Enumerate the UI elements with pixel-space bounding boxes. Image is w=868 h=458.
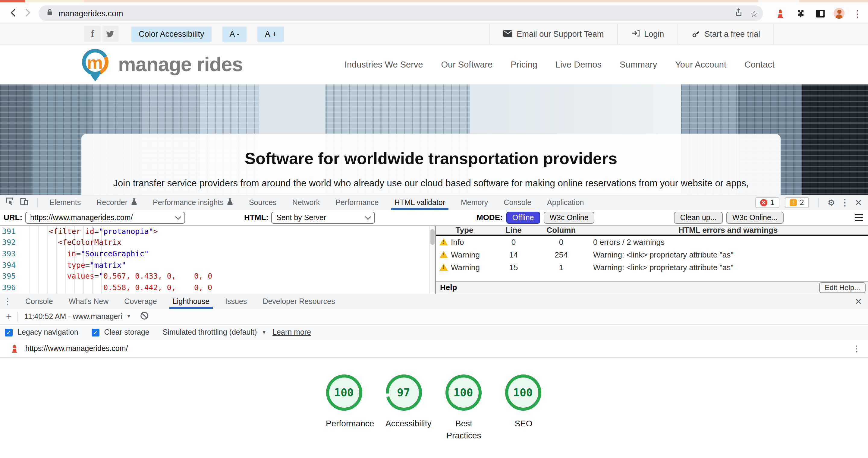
nav-item-our-software[interactable]: Our Software (441, 60, 493, 69)
experiment-flask-icon (227, 198, 233, 208)
tab-network[interactable]: Network (284, 195, 328, 210)
result-row[interactable]: Warning151Warning: <link> proprietary at… (436, 261, 868, 274)
result-row[interactable]: Info000 errors / 2 warnings (436, 236, 868, 248)
html-select[interactable]: Sent by Server (272, 212, 375, 224)
twitter-icon[interactable] (102, 26, 119, 42)
browser-menu-icon[interactable]: ⋮ (850, 5, 866, 21)
side-panel-icon[interactable] (812, 5, 828, 21)
nav-item-pricing[interactable]: Pricing (510, 60, 537, 69)
score-performance: 100Performance (326, 374, 363, 458)
site-logo[interactable]: m manage rides (81, 47, 243, 83)
report-run-select[interactable]: 11:40:52 AM - www.manageri ▼ (24, 312, 131, 321)
logo-mark-icon: m (81, 47, 112, 83)
nav-item-industries-we-serve[interactable]: Industries We Serve (344, 60, 423, 69)
code-line[interactable]: 395 values="0.567, 0.433, 0, 0, 0 (0, 271, 435, 282)
nav-item-your-account[interactable]: Your Account (675, 60, 726, 69)
legacy-navigation-label: Legacy navigation (18, 328, 79, 337)
profile-avatar[interactable] (831, 5, 847, 21)
score-label: Performance (326, 417, 363, 430)
url-select[interactable]: https://www.managerides.com/ (25, 212, 185, 224)
site-utility-bar: f Color Accessibility A - A + Email our … (0, 24, 868, 44)
mode-button-w3c-online[interactable]: W3c Online (544, 212, 594, 224)
result-row[interactable]: Warning14254Warning: <link> proprietary … (436, 248, 868, 261)
login-link[interactable]: Login (617, 24, 677, 44)
clear-reports-icon[interactable] (140, 311, 149, 322)
devtools-menu-icon[interactable]: ⋮ (841, 198, 849, 207)
html-label: HTML: (244, 213, 269, 222)
envelope-icon (503, 30, 513, 39)
code-scrollbar[interactable] (429, 226, 435, 294)
font-larger-button[interactable]: A + (258, 27, 284, 41)
score-ring: 100 (326, 374, 362, 411)
facebook-icon[interactable]: f (84, 26, 101, 42)
tab-html-validator[interactable]: HTML validator (386, 195, 453, 210)
lighthouse-results: 100Performance97Accessibility100Best Pra… (0, 358, 868, 458)
warning-badge[interactable]: ! 2 (785, 197, 809, 208)
tab-performance[interactable]: Performance (328, 195, 386, 210)
report-menu-icon[interactable]: ⋮ (852, 344, 861, 353)
tab-sources[interactable]: Sources (241, 195, 284, 210)
forward-icon[interactable] (21, 6, 35, 20)
validator-menu-icon[interactable] (855, 214, 863, 222)
code-line[interactable]: 394 type="matrix" (0, 259, 435, 271)
score-ring: 97 (385, 374, 422, 411)
nav-item-live-demos[interactable]: Live Demos (555, 60, 601, 69)
email-support-link[interactable]: Email our Support Team (490, 24, 617, 44)
drawer-tab-issues[interactable]: Issues (217, 294, 255, 309)
drawer-close-icon[interactable]: ✕ (855, 297, 862, 306)
free-trial-link[interactable]: Start a free trial (677, 24, 774, 44)
tab-elements[interactable]: Elements (41, 195, 89, 210)
tab-application[interactable]: Application (539, 195, 592, 210)
nav-item-summary[interactable]: Summary (620, 60, 657, 69)
inspect-icon[interactable] (5, 197, 14, 208)
w3c-online-button[interactable]: W3c Online... (726, 212, 784, 224)
tab-memory[interactable]: Memory (453, 195, 496, 210)
code-line[interactable]: 393 in="SourceGraphic" (0, 248, 435, 259)
drawer-tab-lighthouse[interactable]: Lighthouse (165, 294, 217, 309)
address-bar[interactable]: managerides.com ☆ (38, 5, 763, 21)
nav-item-contact[interactable]: Contact (744, 60, 775, 69)
error-badge[interactable]: ✕ 1 (755, 197, 779, 208)
clean-up-button[interactable]: Clean up... (674, 212, 723, 224)
lighthouse-icon (10, 344, 19, 354)
tab-recorder[interactable]: Recorder (89, 195, 145, 210)
source-code-pane[interactable]: 391 <filter id="protanopia">392 <feColor… (0, 226, 435, 294)
drawer-tab-console[interactable]: Console (18, 294, 61, 309)
mode-label: MODE: (476, 213, 503, 222)
lighthouse-url-row: https://www.managerides.com/ ⋮ (0, 340, 868, 358)
drawer-tab-what-s-new[interactable]: What's New (61, 294, 117, 309)
font-smaller-button[interactable]: A - (222, 27, 247, 41)
drawer-tab-developer-resources[interactable]: Developer Resources (255, 294, 343, 309)
devtools-panel: ElementsRecorderPerformance insightsSour… (0, 195, 868, 458)
browser-toolbar: managerides.com ☆ ⋮ (0, 2, 868, 24)
report-url: https://www.managerides.com/ (25, 344, 128, 353)
code-line[interactable]: 396 0.558, 0.442, 0, 0, 0 (0, 282, 435, 294)
devtools-close-icon[interactable]: ✕ (855, 198, 862, 208)
settings-gear-icon[interactable]: ⚙ (827, 198, 835, 208)
share-icon[interactable] (734, 7, 743, 19)
extensions-puzzle-icon[interactable] (793, 5, 808, 21)
clear-storage-checkbox[interactable]: ✓ (92, 329, 99, 336)
drawer-tab-coverage[interactable]: Coverage (116, 294, 164, 309)
new-report-plus-icon[interactable]: + (0, 311, 18, 322)
score-seo: 100SEO (505, 374, 542, 458)
legacy-navigation-checkbox[interactable]: ✓ (5, 329, 13, 336)
back-icon[interactable] (6, 6, 21, 20)
throttling-chevron-icon[interactable]: ▼ (261, 330, 267, 335)
tab-performance-insights[interactable]: Performance insights (145, 195, 241, 210)
logo-text: manage rides (118, 53, 243, 76)
drawer-menu-icon[interactable]: ⋮ (0, 298, 15, 305)
hero-title: Software for worldwide transportation pr… (82, 150, 781, 168)
tab-console[interactable]: Console (496, 195, 539, 210)
color-accessibility-button[interactable]: Color Accessibility (131, 27, 212, 41)
lighthouse-extension-icon[interactable] (772, 5, 788, 21)
code-line[interactable]: 391 <filter id="protanopia"> (0, 226, 435, 237)
edit-help-button[interactable]: Edit Help... (819, 282, 866, 294)
bookmark-star-icon[interactable]: ☆ (750, 9, 758, 18)
hero-overlay: Software for worldwide transportation pr… (82, 134, 781, 195)
score-ring: 100 (505, 374, 541, 411)
device-toolbar-icon[interactable] (19, 197, 29, 208)
mode-button-offline[interactable]: Offline (506, 212, 540, 224)
learn-more-link[interactable]: Learn more (273, 328, 311, 337)
code-line[interactable]: 392 <feColorMatrix (0, 237, 435, 248)
